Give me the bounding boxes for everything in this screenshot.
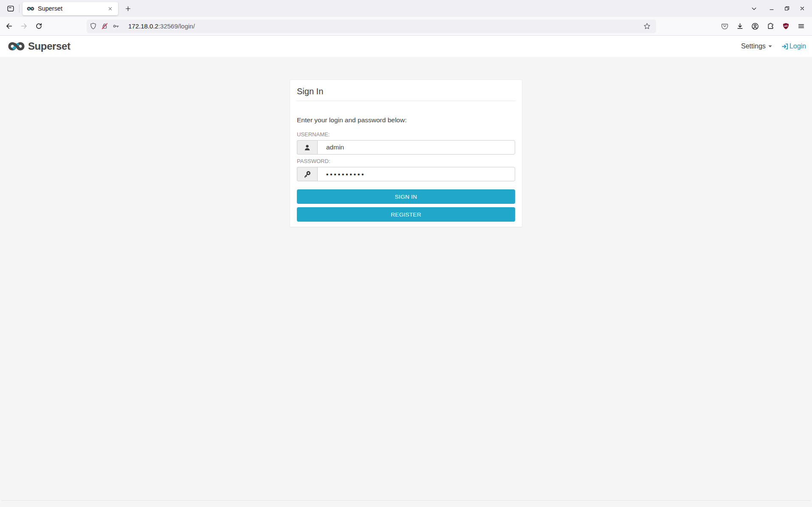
- maximize-button[interactable]: [781, 3, 792, 14]
- back-icon: [6, 23, 13, 30]
- url-text[interactable]: 172.18.0.2:32569/login/: [128, 23, 195, 30]
- url-host: 172.18.0.2: [128, 23, 158, 30]
- login-title: Sign In: [297, 84, 515, 101]
- password-addon: [297, 167, 317, 181]
- pocket-button[interactable]: [719, 20, 730, 32]
- caret-down-icon: [768, 45, 772, 48]
- ublock-button[interactable]: uO: [780, 20, 792, 32]
- restore-icon: [784, 6, 790, 11]
- star-icon: [643, 23, 651, 30]
- plus-icon: [125, 6, 131, 12]
- sign-in-button[interactable]: SIGN IN: [297, 189, 515, 204]
- downloads-button[interactable]: [734, 20, 746, 32]
- username-input-group: [297, 140, 515, 155]
- settings-menu[interactable]: Settings: [741, 42, 772, 50]
- username-input[interactable]: [317, 140, 515, 155]
- close-window-button[interactable]: [797, 3, 808, 14]
- key-icon: [113, 23, 120, 30]
- firefox-view-button[interactable]: [4, 2, 17, 15]
- account-button[interactable]: [749, 20, 761, 32]
- titlebar-separator: [19, 4, 20, 13]
- page-content: Sign In Enter your login and password be…: [0, 57, 812, 507]
- forward-icon: [20, 23, 28, 30]
- login-card: Sign In Enter your login and password be…: [290, 79, 522, 227]
- extensions-button[interactable]: [764, 20, 776, 32]
- menu-button[interactable]: [795, 20, 807, 32]
- login-instruction: Enter your login and password below:: [297, 116, 515, 124]
- footer-divider: [1, 500, 811, 501]
- register-button[interactable]: REGISTER: [297, 207, 515, 222]
- connection-security-button[interactable]: [99, 21, 110, 32]
- password-label: PASSWORD:: [297, 158, 515, 164]
- new-tab-button[interactable]: [121, 2, 134, 15]
- password-input[interactable]: [317, 167, 515, 181]
- sign-in-icon: [781, 43, 789, 50]
- ublock-shield-icon: uO: [782, 23, 789, 30]
- close-icon: [799, 6, 805, 11]
- reload-icon: [35, 23, 42, 30]
- superset-favicon: [27, 6, 34, 11]
- url-path: :32569/login/: [158, 23, 195, 30]
- browser-toolbar: 172.18.0.2:32569/login/: [0, 17, 812, 36]
- password-input-group: [297, 167, 515, 181]
- close-icon: [107, 6, 113, 11]
- lock-slash-icon: [101, 23, 108, 30]
- tab-list-button[interactable]: [747, 2, 760, 15]
- username-label: USERNAME:: [297, 131, 515, 138]
- tab-title: Superset: [38, 5, 102, 12]
- saved-login-key-button[interactable]: [110, 21, 122, 32]
- address-bar[interactable]: 172.18.0.2:32569/login/: [87, 20, 656, 33]
- navbar-right: Settings Login: [741, 42, 808, 50]
- user-icon: [304, 144, 311, 151]
- forward-button[interactable]: [17, 20, 30, 33]
- settings-label: Settings: [741, 42, 766, 50]
- minimize-icon: [769, 6, 775, 11]
- login-link[interactable]: Login: [781, 42, 806, 50]
- username-addon: [297, 140, 317, 155]
- browser-titlebar: Superset: [0, 0, 812, 17]
- bookmark-button[interactable]: [641, 21, 653, 32]
- tab-close-button[interactable]: [105, 4, 115, 13]
- window-controls: [766, 3, 808, 14]
- superset-logo[interactable]: Superset: [8, 40, 70, 52]
- reload-button[interactable]: [32, 20, 45, 33]
- account-icon: [751, 23, 759, 30]
- browser-tab[interactable]: Superset: [23, 2, 118, 15]
- download-icon: [736, 23, 744, 30]
- pocket-icon: [721, 23, 728, 30]
- minimize-button[interactable]: [766, 3, 777, 14]
- superset-navbar: Superset Settings Login: [0, 36, 812, 57]
- infinity-logo-icon: [8, 41, 25, 52]
- puzzle-icon: [767, 23, 774, 30]
- toolbar-right-group: uO: [719, 20, 807, 32]
- title-divider: [297, 101, 515, 101]
- key-solid-icon: [304, 171, 311, 178]
- chevron-down-icon: [751, 6, 757, 12]
- firefox-view-icon: [7, 5, 14, 12]
- tracking-protection-button[interactable]: [87, 21, 99, 32]
- hamburger-icon: [798, 23, 805, 30]
- login-label: Login: [789, 42, 806, 50]
- shield-icon: [90, 23, 97, 30]
- back-button[interactable]: [3, 20, 15, 33]
- brand-name: Superset: [28, 40, 70, 52]
- svg-text:uO: uO: [784, 25, 788, 27]
